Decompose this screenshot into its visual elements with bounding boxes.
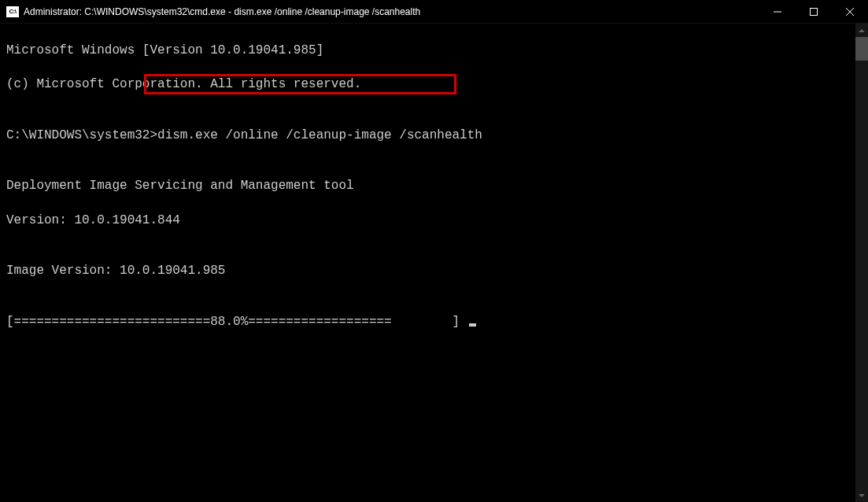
scrollbar-thumb[interactable] [855, 37, 868, 61]
svg-rect-1 [811, 9, 818, 16]
window-titlebar[interactable]: C:\ Administrator: C:\WINDOWS\system32\c… [0, 0, 868, 24]
output-line: Deployment Image Servicing and Managemen… [6, 178, 862, 195]
output-line: (c) Microsoft Corporation. All rights re… [6, 76, 862, 94]
command-text: dism.exe /online /cleanup-image /scanhea… [157, 128, 482, 142]
vertical-scrollbar[interactable] [855, 24, 868, 502]
svg-marker-4 [859, 29, 865, 32]
progress-bar-text: [==========================88.0%========… [6, 315, 467, 329]
output-line: Microsoft Windows [Version 10.0.19041.98… [6, 42, 862, 60]
output-line: Image Version: 10.0.19041.985 [6, 263, 862, 280]
prompt-line: C:\WINDOWS\system32>dism.exe /online /cl… [6, 127, 862, 145]
svg-marker-5 [859, 494, 865, 497]
scroll-up-button[interactable] [855, 24, 868, 37]
cursor [469, 323, 476, 327]
progress-line: [==========================88.0%========… [6, 314, 862, 331]
scroll-down-button[interactable] [855, 489, 868, 502]
maximize-button[interactable] [796, 0, 832, 24]
output-line: Version: 10.0.19041.844 [6, 212, 862, 230]
window-controls [759, 0, 868, 23]
cmd-icon: C:\ [6, 6, 19, 17]
terminal-output[interactable]: Microsoft Windows [Version 10.0.19041.98… [0, 24, 868, 502]
window-title: Administrator: C:\WINDOWS\system32\cmd.e… [24, 6, 759, 17]
prompt-text: C:\WINDOWS\system32> [6, 128, 157, 142]
close-button[interactable] [832, 0, 868, 24]
minimize-button[interactable] [759, 0, 796, 24]
